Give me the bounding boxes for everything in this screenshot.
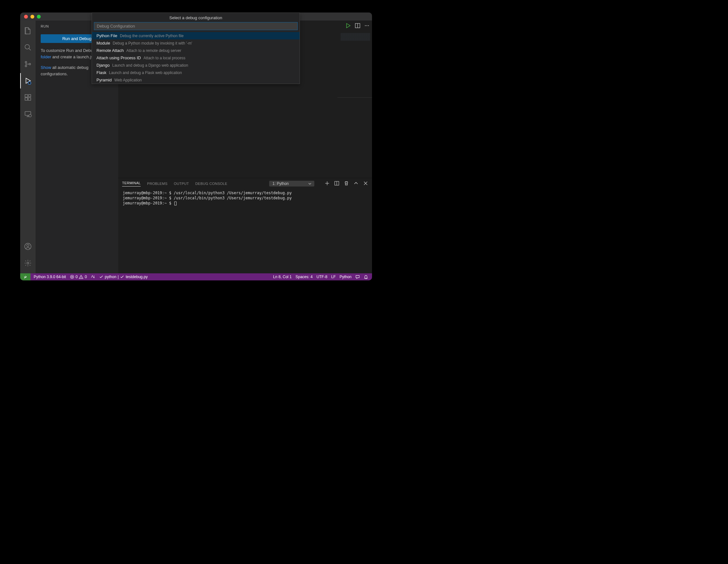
terminal-select[interactable]: 1: Python bbox=[269, 181, 314, 187]
terminal-line: jemurray@mbp-2019:~ $ /usr/local/bin/pyt… bbox=[123, 191, 292, 195]
svg-point-3 bbox=[25, 65, 27, 67]
picker-item-remote-attach[interactable]: Remote Attach Attach to a remote debug s… bbox=[92, 47, 300, 54]
panel-close-icon[interactable] bbox=[363, 181, 368, 187]
picker-list: Python File Debug the currently active P… bbox=[92, 32, 300, 84]
more-actions-icon[interactable] bbox=[364, 23, 369, 29]
explorer-icon[interactable] bbox=[20, 23, 36, 38]
picker-item-label: Pyramid bbox=[96, 78, 112, 82]
picker-item-label: Remote Attach bbox=[96, 48, 124, 53]
maximize-window[interactable] bbox=[37, 15, 41, 19]
svg-rect-7 bbox=[25, 98, 28, 100]
picker-item-label: Module bbox=[96, 41, 110, 46]
panel-maximize-icon[interactable] bbox=[353, 181, 359, 187]
svg-point-14 bbox=[27, 262, 29, 264]
problems-status[interactable]: 0 0 bbox=[70, 275, 87, 279]
bottom-panel: TERMINAL PROBLEMS OUTPUT DEBUG CONSOLE 1… bbox=[118, 178, 372, 273]
cursor-position[interactable]: Ln 8, Col 1 bbox=[273, 275, 292, 279]
editor-ruler bbox=[337, 97, 372, 98]
picker-item-python-file[interactable]: Python File Debug the currently active P… bbox=[92, 32, 300, 39]
picker-item-flask[interactable]: Flask Launch and debug a Flask web appli… bbox=[92, 69, 300, 76]
remote-indicator[interactable] bbox=[20, 273, 30, 280]
notifications-icon[interactable] bbox=[364, 275, 368, 279]
picker-item-module[interactable]: Module Debug a Python module by invoking… bbox=[92, 39, 300, 47]
terminal-line: jemurray@mbp-2019:~ $ /usr/local/bin/pyt… bbox=[123, 196, 292, 200]
lint-file-label: testdebug.py bbox=[126, 275, 148, 279]
language-mode[interactable]: Python bbox=[340, 275, 352, 279]
tab-output[interactable]: OUTPUT bbox=[174, 182, 189, 186]
error-count: 0 bbox=[76, 275, 78, 279]
svg-rect-8 bbox=[28, 98, 31, 100]
status-bar: Python 3.9.0 64-bit 0 0 python | testdeb… bbox=[20, 273, 372, 280]
activity-bar bbox=[20, 21, 36, 273]
picker-item-desc: Web Application bbox=[114, 78, 142, 82]
warning-count: 0 bbox=[85, 275, 87, 279]
remote-explorer-icon[interactable] bbox=[20, 106, 36, 122]
picker-item-attach-process[interactable]: Attach using Process ID Attach to a loca… bbox=[92, 54, 300, 62]
lint-python[interactable]: python | testdebug.py bbox=[99, 275, 148, 279]
picker-item-desc: Launch and debug a Flask web application bbox=[109, 71, 182, 75]
picker-item-label: Flask bbox=[96, 70, 106, 75]
tab-problems[interactable]: PROBLEMS bbox=[147, 182, 168, 186]
picker-item-label: Python File bbox=[96, 33, 117, 38]
settings-gear-icon[interactable] bbox=[20, 255, 36, 271]
panel-tab-bar: TERMINAL PROBLEMS OUTPUT DEBUG CONSOLE 1… bbox=[118, 178, 372, 189]
svg-point-2 bbox=[25, 62, 27, 63]
picker-item-desc: Attach to a remote debug server bbox=[126, 48, 181, 53]
extensions-icon[interactable] bbox=[20, 90, 36, 105]
svg-point-13 bbox=[27, 245, 29, 247]
kill-terminal-icon[interactable] bbox=[344, 181, 349, 187]
chevron-down-icon bbox=[308, 182, 312, 186]
search-icon[interactable] bbox=[20, 40, 36, 55]
minimap[interactable] bbox=[341, 33, 370, 41]
kernel-status-icon[interactable] bbox=[91, 275, 95, 279]
svg-point-5 bbox=[28, 82, 31, 85]
feedback-icon[interactable] bbox=[355, 275, 360, 279]
minimize-window[interactable] bbox=[30, 15, 34, 19]
svg-rect-6 bbox=[25, 95, 28, 97]
picker-input[interactable] bbox=[94, 22, 298, 30]
picker-item-label: Attach using Process ID bbox=[96, 55, 141, 60]
picker-item-desc: Debug the currently active Python file bbox=[120, 34, 184, 38]
picker-item-django[interactable]: Django Launch and debug a Django web app… bbox=[92, 62, 300, 69]
picker-item-desc: Attach to a local process bbox=[144, 56, 186, 60]
picker-item-label: Django bbox=[96, 63, 110, 68]
picker-title: Select a debug configuration bbox=[92, 13, 300, 22]
svg-point-19 bbox=[368, 25, 369, 26]
tab-debug-console[interactable]: DEBUG CONSOLE bbox=[195, 182, 227, 186]
terminal-line: jemurray@mbp-2019:~ $ bbox=[123, 201, 174, 205]
svg-rect-9 bbox=[29, 95, 31, 97]
show-link[interactable]: Show bbox=[41, 65, 51, 70]
picker-item-pyramid[interactable]: Pyramid Web Application bbox=[92, 76, 300, 84]
traffic-lights bbox=[20, 15, 41, 19]
terminal-output[interactable]: jemurray@mbp-2019:~ $ /usr/local/bin/pyt… bbox=[118, 189, 372, 273]
picker-item-desc: Launch and debug a Django web applicatio… bbox=[112, 63, 188, 68]
editor-window: testdebug.py bbox=[20, 12, 372, 280]
svg-point-11 bbox=[29, 114, 31, 117]
svg-point-18 bbox=[367, 25, 367, 26]
picker-item-desc: Debug a Python module by invoking it wit… bbox=[113, 41, 192, 46]
customize-prefix: To customize Run and Debug bbox=[41, 48, 96, 53]
terminal-cursor bbox=[174, 202, 177, 205]
svg-point-4 bbox=[29, 63, 31, 65]
indentation[interactable]: Spaces: 4 bbox=[295, 275, 312, 279]
split-editor-icon[interactable] bbox=[355, 23, 360, 29]
accounts-icon[interactable] bbox=[20, 239, 36, 254]
source-control-icon[interactable] bbox=[20, 56, 36, 72]
terminal-select-label: 1: Python bbox=[272, 181, 289, 186]
debug-config-picker: Select a debug configuration Python File… bbox=[92, 12, 300, 84]
run-debug-icon[interactable] bbox=[20, 73, 36, 88]
close-window[interactable] bbox=[24, 15, 28, 19]
tab-terminal[interactable]: TERMINAL bbox=[122, 181, 141, 187]
svg-point-0 bbox=[25, 45, 29, 49]
eol[interactable]: LF bbox=[331, 275, 336, 279]
split-terminal-icon[interactable] bbox=[334, 181, 339, 187]
python-version[interactable]: Python 3.9.0 64-bit bbox=[34, 275, 66, 279]
run-file-icon[interactable] bbox=[345, 23, 351, 29]
svg-line-1 bbox=[29, 48, 31, 50]
svg-point-17 bbox=[365, 25, 366, 26]
new-terminal-icon[interactable] bbox=[325, 181, 330, 187]
encoding[interactable]: UTF-8 bbox=[317, 275, 327, 279]
lint-python-label: python bbox=[105, 275, 116, 279]
